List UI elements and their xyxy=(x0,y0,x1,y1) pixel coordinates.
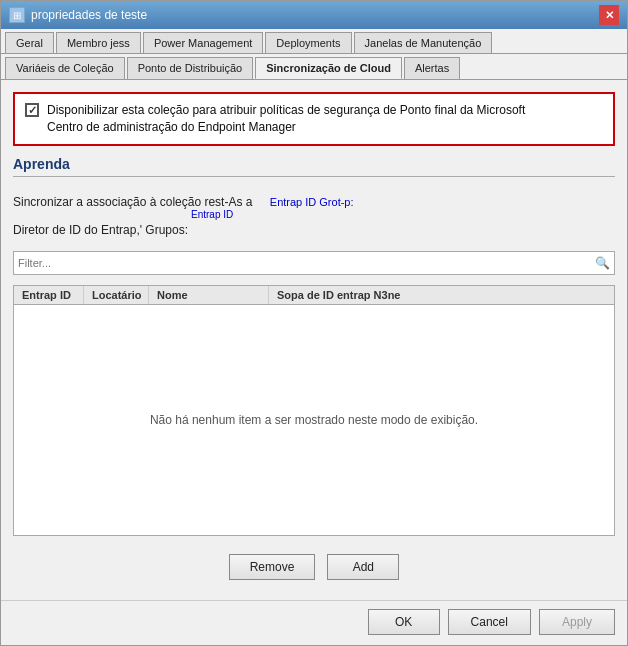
title-bar: ⊞ propriedades de teste ✕ xyxy=(1,1,627,29)
tab-power[interactable]: Power Management xyxy=(143,32,263,53)
title-bar-left: ⊞ propriedades de teste xyxy=(9,7,147,23)
section-divider xyxy=(13,176,615,177)
sync-label: Sincronizar a associação à coleção rest-… xyxy=(13,195,252,209)
tab-sincronizacao[interactable]: Sincronização de Cloud xyxy=(255,57,402,79)
section-header: Aprenda xyxy=(13,156,615,185)
tab-variaveis[interactable]: Variáeis de Coleção xyxy=(5,57,125,79)
table-body: Não há nenhum item a ser mostrado neste … xyxy=(14,305,614,535)
filter-bar: 🔍 xyxy=(13,251,615,275)
col-header-nome: Nome xyxy=(149,286,269,304)
tab-janelas[interactable]: Janelas de Manutenção xyxy=(354,32,493,53)
ok-button[interactable]: OK xyxy=(368,609,440,635)
tab-geral[interactable]: Geral xyxy=(5,32,54,53)
content-area: Disponibilizar esta coleção para atribui… xyxy=(1,80,627,600)
remove-button[interactable]: Remove xyxy=(229,554,316,580)
close-button[interactable]: ✕ xyxy=(599,5,619,25)
window-title: propriedades de teste xyxy=(31,8,147,22)
search-icon: 🔍 xyxy=(595,256,610,270)
col-header-locatario: Locatário xyxy=(84,286,149,304)
tab-deployments[interactable]: Deployments xyxy=(265,32,351,53)
footer-buttons: OK Cancel Apply xyxy=(1,600,627,645)
tab-ponto[interactable]: Ponto de Distribuição xyxy=(127,57,254,79)
window: ⊞ propriedades de teste ✕ Geral Membro j… xyxy=(0,0,628,646)
tab-alertas[interactable]: Alertas xyxy=(404,57,460,79)
sync-row: Sincronizar a associação à coleção rest-… xyxy=(13,195,615,209)
entra-id-badge: Entrap ID xyxy=(191,209,233,220)
tabs-row2: Variáeis de Coleção Ponto de Distribuiçã… xyxy=(1,54,627,80)
col-header-sopa: Sopa de ID entrap N3ne xyxy=(269,286,614,304)
cancel-button[interactable]: Cancel xyxy=(448,609,531,635)
enable-checkbox[interactable] xyxy=(25,103,39,117)
group-label: Diretor de ID do Entrap,' Grupos: xyxy=(13,223,188,237)
checkbox-label: Disponibilizar esta coleção para atribui… xyxy=(47,102,525,136)
sync-value: Entrap ID Grot-p: xyxy=(270,196,354,208)
tabs-row1: Geral Membro jess Power Management Deplo… xyxy=(1,29,627,54)
empty-message: Não há nenhum item a ser mostrado neste … xyxy=(150,413,478,427)
table-action-buttons: Remove Add xyxy=(13,546,615,588)
col-header-entraid: Entrap ID xyxy=(14,286,84,304)
add-button[interactable]: Add xyxy=(327,554,399,580)
window-icon: ⊞ xyxy=(9,7,25,23)
highlight-box: Disponibilizar esta coleção para atribui… xyxy=(13,92,615,146)
tab-membro[interactable]: Membro jess xyxy=(56,32,141,53)
group-row: Entrap ID Diretor de ID do Entrap,' Grup… xyxy=(13,223,615,237)
apply-button[interactable]: Apply xyxy=(539,609,615,635)
table-header: Entrap ID Locatário Nome Sopa de ID entr… xyxy=(14,286,614,305)
filter-input[interactable] xyxy=(18,257,595,269)
table-container: Entrap ID Locatário Nome Sopa de ID entr… xyxy=(13,285,615,536)
